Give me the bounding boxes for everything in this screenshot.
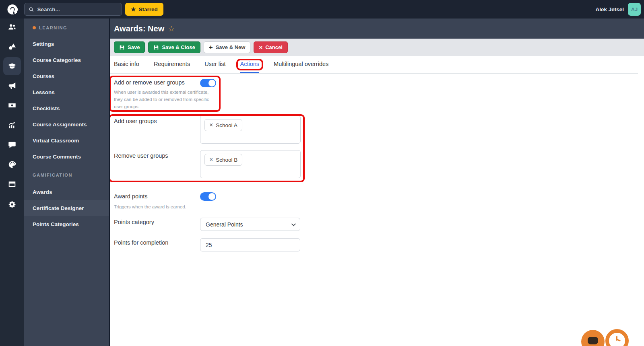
save-close-button[interactable]: Save & Close	[148, 41, 200, 53]
icon-rail	[0, 19, 24, 346]
menu-item-label: Checklists	[33, 105, 60, 111]
sidebar-item-lessons[interactable]: Lessons	[24, 84, 109, 100]
save-label: Save	[128, 44, 140, 50]
tab-requirements[interactable]: Requirements	[154, 56, 190, 73]
close-icon: ×	[259, 44, 262, 50]
section-label: GAMIFICATION	[33, 173, 72, 177]
global-search	[24, 3, 122, 16]
floppy-icon	[119, 45, 125, 50]
chat-bubble-icon	[588, 337, 598, 344]
save-new-button[interactable]: + Save & New	[204, 41, 251, 53]
tab-bar: Basic info Requirements User list Action…	[110, 56, 638, 74]
group-toggle-description: When user is awarded this external certi…	[114, 89, 213, 110]
points-completion-input[interactable]	[200, 238, 300, 251]
floppy-icon	[153, 45, 159, 50]
sidebar-item-virtual-classroom[interactable]: Virtual Classroom	[24, 132, 109, 148]
plus-icon: +	[209, 44, 213, 51]
star-filled-icon: ★	[131, 6, 136, 12]
toolbar: Save Save & Close + Save & New × Cancel	[110, 39, 644, 56]
users-icon[interactable]	[7, 22, 17, 32]
section-divider	[114, 186, 638, 186]
section-label: LEARNING	[39, 25, 67, 30]
toggle-knob	[208, 193, 215, 200]
sidebar-item-settings[interactable]: Settings	[24, 36, 109, 52]
menu-item-label: Virtual Classroom	[33, 138, 79, 144]
app-logo-elephant-icon[interactable]	[6, 2, 20, 16]
menu-item-label: Lessons	[33, 89, 55, 95]
add-user-groups-field[interactable]: × School A	[200, 115, 301, 144]
remove-user-groups-label: Remove user groups	[114, 152, 168, 159]
starred-label: Starred	[139, 6, 158, 12]
user-area[interactable]: Alek Jetsel AJ	[595, 3, 641, 16]
points-category-label: Points category	[114, 219, 154, 225]
cancel-button[interactable]: × Cancel	[254, 41, 287, 53]
remove-tag-icon[interactable]: ×	[209, 157, 213, 163]
gear-icon[interactable]	[7, 200, 17, 209]
sidebar-item-checklists[interactable]: Checklists	[24, 100, 109, 116]
award-points-label: Award points	[114, 193, 148, 200]
remove-tag-icon[interactable]: ×	[209, 122, 213, 128]
menu-item-label: Points Categories	[33, 221, 79, 227]
menu-item-label: Courses	[33, 73, 54, 79]
search-input[interactable]	[37, 6, 118, 12]
tab-actions[interactable]: Actions	[240, 56, 260, 73]
chat-bubble-icon[interactable]	[7, 140, 17, 150]
section-dot-icon	[33, 26, 36, 29]
cancel-label: Cancel	[265, 44, 283, 50]
actions-form: Add or remove user groups When user is a…	[110, 74, 644, 309]
points-category-select[interactable]: General Points	[200, 218, 300, 231]
main-content: Awards: New ☆ Save Save & Close + Save &…	[110, 19, 644, 346]
starred-button[interactable]: ★ Starred	[125, 3, 163, 16]
topbar: ★ Starred Alek Jetsel AJ	[0, 0, 644, 19]
menu-item-label: Course Assignments	[33, 122, 87, 128]
remove-user-groups-field[interactable]: × School B	[200, 150, 301, 178]
menu-item-label: Awards	[33, 189, 52, 195]
tag-label: School B	[216, 157, 237, 163]
tab-basic-info[interactable]: Basic info	[114, 56, 139, 73]
banknote-icon[interactable]	[7, 101, 17, 110]
palette-icon[interactable]	[7, 160, 17, 169]
graduation-cap-icon[interactable]	[7, 61, 17, 71]
page-title: Awards: New	[114, 24, 164, 33]
points-completion-label: Points for completion	[114, 239, 168, 246]
sidebar-menu: LEARNING Settings Course Categories Cour…	[24, 19, 110, 346]
chevron-down-icon	[291, 221, 296, 226]
menu-item-label: Course Comments	[33, 154, 81, 160]
tag-school-a: × School A	[204, 119, 242, 131]
group-toggle-switch[interactable]	[200, 79, 216, 87]
star-outline-icon[interactable]: ☆	[168, 25, 175, 33]
tag-label: School A	[216, 122, 237, 128]
tab-user-list[interactable]: User list	[204, 56, 225, 73]
sidebar-item-points-categories[interactable]: Points Categories	[24, 216, 109, 232]
search-icon	[29, 6, 34, 12]
clock-hand-icon	[617, 339, 621, 342]
user-name: Alek Jetsel	[595, 6, 624, 12]
tab-multilingual-overrides[interactable]: Multilingual overrides	[274, 56, 328, 73]
sidebar-item-course-categories[interactable]: Course Categories	[24, 52, 109, 68]
group-toggle-label: Add or remove user groups	[114, 79, 185, 86]
sidebar-item-course-assignments[interactable]: Course Assignments	[24, 116, 109, 132]
avatar[interactable]: AJ	[628, 3, 641, 16]
sidebar-item-course-comments[interactable]: Course Comments	[24, 148, 109, 165]
sidebar-section-gamification: GAMIFICATION	[24, 169, 109, 181]
menu-item-label: Settings	[33, 41, 54, 47]
save-button[interactable]: Save	[114, 41, 145, 53]
menu-item-label: Course Categories	[33, 57, 81, 63]
toggle-knob	[208, 80, 215, 86]
megaphone-icon[interactable]	[7, 81, 17, 91]
award-points-description: Triggers when the award is earned.	[114, 204, 235, 211]
shapes-icon[interactable]	[7, 42, 17, 51]
tag-school-b: × School B	[204, 154, 242, 166]
add-user-groups-label: Add user groups	[114, 118, 157, 124]
window-icon[interactable]	[7, 179, 17, 189]
save-new-label: Save & New	[216, 44, 246, 50]
save-close-label: Save & Close	[162, 44, 195, 50]
award-points-switch[interactable]	[200, 192, 216, 201]
chart-icon[interactable]	[7, 120, 17, 130]
sidebar-item-certificate-designer[interactable]: Certificate Designer	[24, 200, 109, 216]
sidebar-item-awards[interactable]: Awards	[24, 184, 109, 200]
sidebar-item-courses[interactable]: Courses	[24, 68, 109, 84]
page-header: Awards: New ☆	[110, 19, 644, 39]
menu-item-label: Certificate Designer	[33, 205, 84, 211]
sidebar-section-learning: LEARNING	[24, 22, 109, 33]
